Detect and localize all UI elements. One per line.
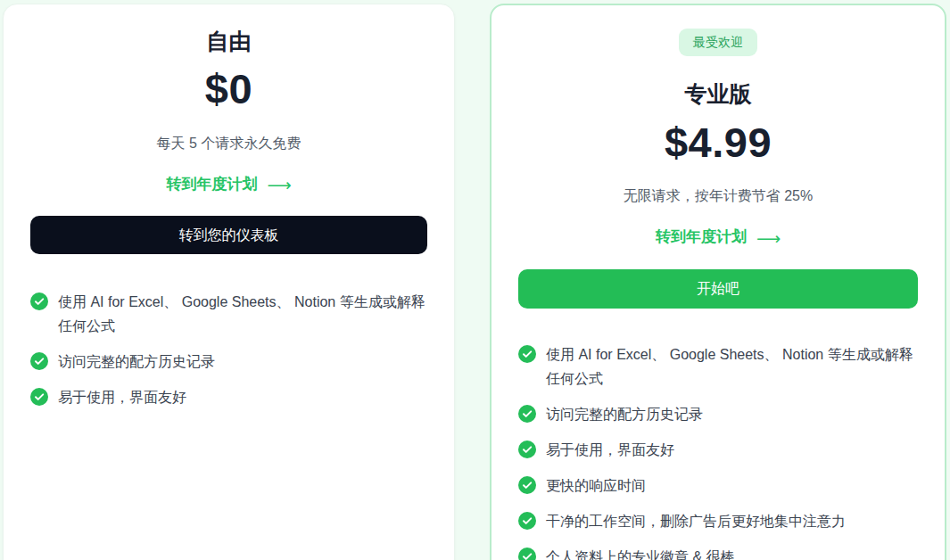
feature-list: 使用 AI for Excel、 Google Sheets、 Notion 等… <box>518 342 918 560</box>
feature-text: 使用 AI for Excel、 Google Sheets、 Notion 等… <box>546 342 918 391</box>
feature-item: 干净的工作空间，删除广告后更好地集中注意力 <box>518 509 918 533</box>
feature-text: 访问完整的配方历史记录 <box>546 402 918 426</box>
check-icon <box>518 441 536 458</box>
feature-text: 访问完整的配方历史记录 <box>58 350 427 374</box>
feature-item: 更快的响应时间 <box>518 474 918 498</box>
check-icon <box>518 476 536 494</box>
pricing-card-pro: 最受欢迎 专业版 $4.99 无限请求，按年计费节省 25% 转到年度计划 ⟶ … <box>490 4 946 560</box>
feature-text: 使用 AI for Excel、 Google Sheets、 Notion 等… <box>58 290 427 338</box>
annual-plan-link-label: 转到年度计划 <box>656 228 747 246</box>
get-started-button[interactable]: 开始吧 <box>518 269 918 309</box>
plan-title: 专业版 <box>518 80 918 108</box>
plan-subtitle: 无限请求，按年计费节省 25% <box>518 187 918 206</box>
annual-plan-link[interactable]: 转到年度计划 ⟶ <box>518 228 918 246</box>
feature-item: 访问完整的配方历史记录 <box>30 350 427 374</box>
feature-list: 使用 AI for Excel、 Google Sheets、 Notion 等… <box>30 290 427 409</box>
feature-item: 易于使用，界面友好 <box>518 438 918 462</box>
feature-text: 干净的工作空间，删除广告后更好地集中注意力 <box>546 509 918 533</box>
feature-item: 使用 AI for Excel、 Google Sheets、 Notion 等… <box>518 342 918 391</box>
feature-item: 个人资料上的专业徽章 & 很棒 <box>518 545 918 560</box>
plan-price: $0 <box>30 66 427 112</box>
check-icon <box>518 405 536 423</box>
plan-subtitle: 每天 5 个请求永久免费 <box>30 135 427 153</box>
check-icon <box>30 352 48 370</box>
feature-text: 易于使用，界面友好 <box>546 438 918 462</box>
feature-text: 更快的响应时间 <box>546 474 918 498</box>
check-icon <box>30 292 48 310</box>
feature-text: 个人资料上的专业徽章 & 很棒 <box>546 545 918 560</box>
check-icon <box>518 345 536 363</box>
annual-plan-link-label: 转到年度计划 <box>166 176 257 194</box>
arrow-right-icon: ⟶ <box>267 177 291 194</box>
feature-item: 访问完整的配方历史记录 <box>518 402 918 426</box>
pricing-card-free: 自由 $0 每天 5 个请求永久免费 转到年度计划 ⟶ 转到您的仪表板 使用 A… <box>3 4 455 560</box>
go-to-dashboard-button[interactable]: 转到您的仪表板 <box>30 216 427 254</box>
arrow-right-icon: ⟶ <box>756 230 781 247</box>
feature-item: 易于使用，界面友好 <box>30 385 427 409</box>
plan-price: $4.99 <box>518 119 918 166</box>
feature-item: 使用 AI for Excel、 Google Sheets、 Notion 等… <box>30 290 427 338</box>
most-popular-badge: 最受欢迎 <box>679 29 757 56</box>
plan-title: 自由 <box>30 28 427 55</box>
check-icon <box>518 548 536 560</box>
check-icon <box>30 388 48 406</box>
feature-text: 易于使用，界面友好 <box>58 385 427 409</box>
annual-plan-link[interactable]: 转到年度计划 ⟶ <box>30 176 427 194</box>
check-icon <box>518 512 536 530</box>
